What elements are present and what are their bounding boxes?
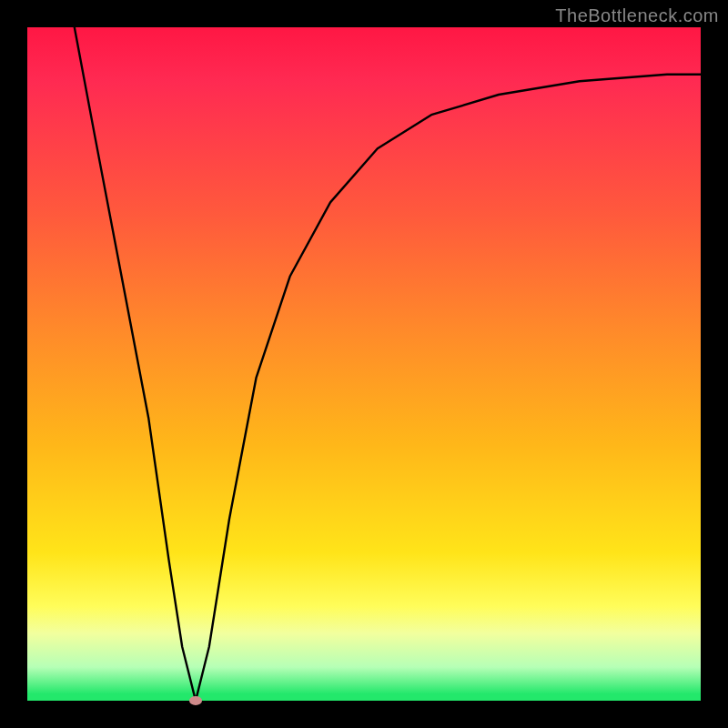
watermark-text: TheBottleneck.com (555, 5, 719, 26)
figure: TheBottleneck.com (0, 0, 728, 728)
bottleneck-curve (27, 27, 701, 701)
minimum-marker (189, 696, 202, 705)
plot-area (27, 27, 701, 701)
